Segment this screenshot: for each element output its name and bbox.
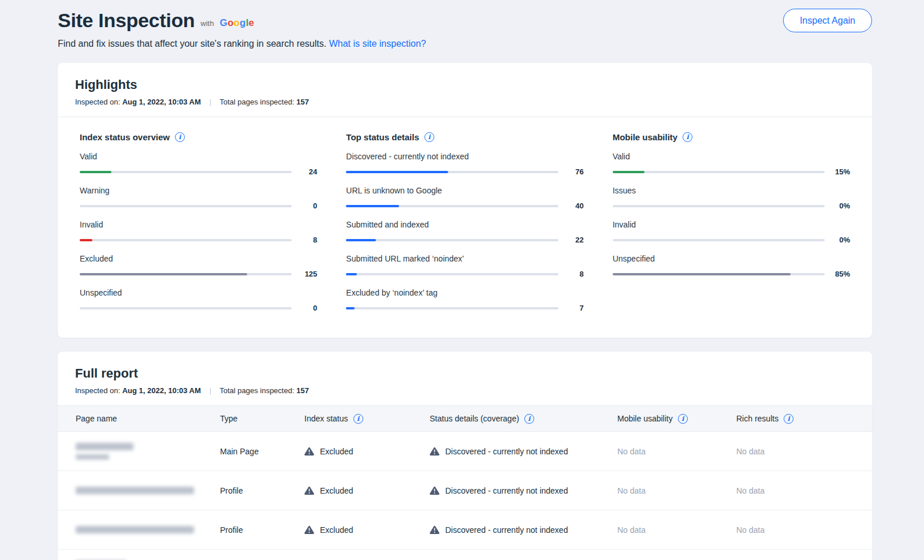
progress-track — [80, 307, 292, 309]
meta-divider: | — [209, 98, 211, 106]
total-pages-label: Total pages inspected: — [219, 98, 294, 106]
info-icon[interactable] — [683, 132, 692, 142]
full-report-meta: Inspected on: Aug 1, 2022, 10:03 AM | To… — [75, 386, 855, 395]
column-header-mobile-usability: Mobile usability — [617, 414, 736, 424]
page-title: Site Inspection — [58, 9, 195, 32]
full-report-card-header: Full report Inspected on: Aug 1, 2022, 1… — [58, 352, 872, 405]
highlights-meta: Inspected on: Aug 1, 2022, 10:03 AM | To… — [75, 98, 855, 106]
progress-track — [80, 239, 292, 241]
status-details-cell: Discovered - currently not indexed — [430, 525, 617, 535]
warning-icon — [304, 486, 314, 495]
stat-mobile-issues: Issues 0% — [613, 186, 850, 210]
progress-fill — [346, 307, 355, 309]
page-name-cell — [76, 487, 220, 494]
warning-icon — [430, 525, 439, 534]
mobile-usability-cell: No data — [617, 486, 736, 495]
type-cell: Profile — [220, 486, 304, 495]
index-status-cell: Excluded — [304, 525, 430, 535]
progress-fill — [80, 171, 111, 173]
inspected-on-value: Aug 1, 2022, 10:03 AM — [122, 98, 201, 106]
rich-results-cell: No data — [736, 447, 854, 456]
page-header: Site Inspection with Google Find and fix… — [0, 0, 924, 49]
progress-track — [346, 239, 558, 241]
progress-fill — [346, 171, 448, 173]
info-icon[interactable] — [353, 414, 363, 424]
top-status-details-column: Top status details Discovered - currentl… — [346, 132, 583, 312]
table-row[interactable]: Product Invalid Submitted, marked ‘noind… — [58, 550, 872, 560]
top-status-details-header: Top status details — [346, 132, 583, 142]
table-row[interactable]: Main Page Excluded Discovered - currentl… — [58, 432, 872, 471]
stat-mobile-invalid: Invalid 0% — [613, 220, 850, 244]
stat-url-unknown: URL is unknown to Google 40 — [346, 186, 583, 210]
table-header: Page name Type Index status Status detai… — [58, 405, 872, 432]
index-status-overview-title: Index status overview — [80, 132, 170, 142]
inspect-again-button[interactable]: Inspect Again — [783, 9, 872, 32]
full-report-title: Full report — [75, 366, 855, 381]
page-name-cell — [76, 443, 220, 460]
table-row[interactable]: Profile Excluded Discovered - currently … — [58, 471, 872, 510]
stat-excluded-noindex-tag: Excluded by ‘noindex’ tag 7 — [346, 288, 583, 312]
rich-results-cell: No data — [736, 486, 854, 495]
full-report-card: Full report Inspected on: Aug 1, 2022, 1… — [58, 352, 872, 560]
google-logo: Google — [219, 17, 254, 32]
status-details-cell: Discovered - currently not indexed — [430, 486, 617, 495]
inspected-on-label: Inspected on: — [75, 386, 120, 395]
mobile-usability-column: Mobile usability Valid 15% Issues 0% Inv… — [613, 132, 850, 312]
column-header-page-name: Page name — [76, 414, 220, 423]
with-label: with — [200, 19, 214, 32]
inspected-on-label: Inspected on: — [75, 98, 120, 106]
stat-discovered-not-indexed: Discovered - currently not indexed 76 — [346, 152, 583, 176]
type-cell: Profile — [220, 525, 304, 535]
stat-submitted-indexed: Submitted and indexed 22 — [346, 220, 583, 244]
mobile-usability-cell: No data — [617, 525, 736, 535]
progress-track — [346, 273, 558, 275]
warning-icon — [304, 447, 314, 456]
progress-track — [613, 273, 825, 275]
mobile-usability-cell: No data — [617, 447, 736, 456]
progress-track — [346, 171, 558, 173]
index-status-overview-column: Index status overview Valid 24 Warning 0… — [80, 132, 317, 312]
table-row[interactable]: Profile Excluded Discovered - currently … — [58, 510, 872, 550]
total-pages-value: 157 — [296, 386, 309, 395]
column-header-status-details: Status details (coverage) — [430, 414, 617, 424]
index-status-overview-header: Index status overview — [80, 132, 317, 142]
status-details-cell: Discovered - currently not indexed — [430, 447, 617, 456]
page-name-redacted — [76, 487, 194, 494]
info-icon[interactable] — [175, 132, 185, 142]
total-pages-label: Total pages inspected: — [219, 386, 294, 395]
info-icon[interactable] — [524, 414, 534, 424]
progress-track — [613, 239, 825, 241]
top-status-details-title: Top status details — [346, 132, 419, 142]
meta-divider: | — [209, 386, 211, 395]
rich-results-cell: No data — [736, 525, 854, 535]
inspected-on-value: Aug 1, 2022, 10:03 AM — [122, 386, 201, 395]
stat-excluded: Excluded 125 — [80, 254, 317, 278]
warning-icon — [430, 486, 439, 495]
progress-fill — [80, 239, 92, 241]
warning-icon — [430, 447, 439, 456]
page-subtitle: Find and fix issues that affect your sit… — [58, 39, 872, 49]
page-name-redacted — [76, 443, 133, 450]
mobile-usability-header: Mobile usability — [613, 132, 850, 142]
column-header-type: Type — [220, 414, 304, 423]
info-icon[interactable] — [424, 132, 434, 142]
warning-icon — [304, 525, 314, 534]
highlights-card: Highlights Inspected on: Aug 1, 2022, 10… — [58, 63, 872, 338]
total-pages-value: 157 — [296, 98, 309, 106]
page-name-redacted — [76, 454, 109, 460]
what-is-site-inspection-link[interactable]: What is site inspection? — [329, 39, 426, 48]
page-name-redacted — [76, 526, 194, 533]
progress-fill — [613, 273, 791, 275]
progress-track — [80, 171, 292, 173]
column-header-index-status: Index status — [304, 414, 430, 424]
stat-warning: Warning 0 — [80, 186, 317, 210]
info-icon[interactable] — [678, 414, 688, 424]
highlights-card-header: Highlights Inspected on: Aug 1, 2022, 10… — [58, 63, 872, 117]
highlights-title: Highlights — [75, 77, 855, 92]
info-icon[interactable] — [784, 414, 793, 424]
progress-track — [346, 205, 558, 207]
progress-fill — [346, 239, 375, 241]
stat-invalid: Invalid 8 — [80, 220, 317, 244]
column-header-rich-results: Rich results — [736, 414, 854, 424]
progress-track — [346, 307, 558, 309]
